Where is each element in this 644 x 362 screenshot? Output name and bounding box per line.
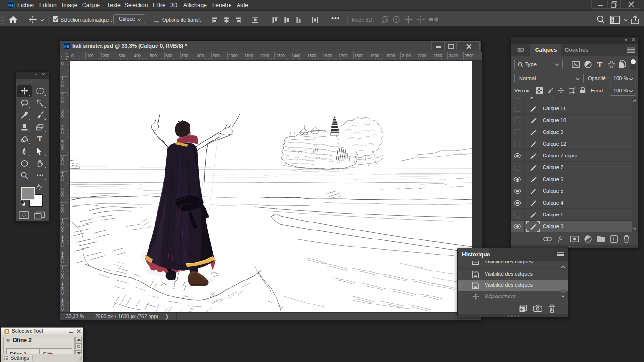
svg-text:T: T	[37, 135, 42, 142]
svg-text:T: T	[597, 61, 603, 68]
